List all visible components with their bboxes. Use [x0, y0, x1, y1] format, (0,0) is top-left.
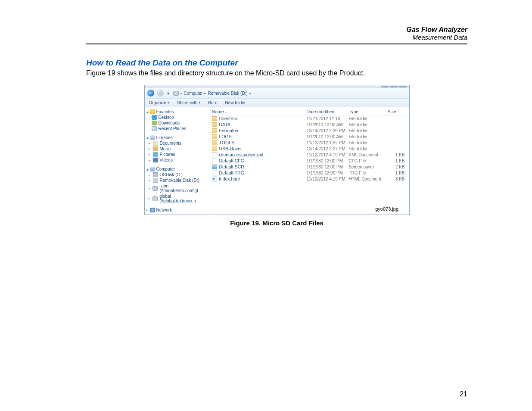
file-name: USB-Driver	[219, 146, 242, 151]
nav-favorites-label: Favorites	[156, 109, 174, 114]
nav-item-label: Music	[160, 146, 171, 151]
chevron-right-icon: ▸	[249, 91, 251, 95]
col-type[interactable]: Type	[349, 109, 388, 114]
nav-item[interactable]: ▸Documents	[146, 140, 208, 146]
nav-group-libraries[interactable]: ◢ Libraries	[146, 135, 208, 140]
toolbar-burn[interactable]: Burn	[208, 100, 217, 105]
file-date: 11/12/2012 4:19 PM	[307, 177, 349, 181]
file-name: TOOLS	[219, 140, 234, 145]
tree-collapse-icon[interactable]: ◢	[146, 110, 149, 114]
max-button[interactable]	[390, 86, 398, 87]
nav-item-label: jzion (\\danahertm.com\gl	[159, 184, 208, 193]
tree-collapse-icon[interactable]: ◢	[146, 136, 149, 140]
col-date[interactable]: Date modified	[307, 109, 349, 114]
nav-group-computer[interactable]: ◢ Computer	[146, 166, 208, 172]
file-row[interactable]: Default.TRG1/1/1980 12:00 PMTRG File1 KB	[212, 170, 407, 176]
toolbar-newfolder[interactable]: New folder	[225, 100, 246, 105]
file-row[interactable]: LOGS1/1/2010 12:00 AMFile folder	[212, 134, 407, 140]
vid-icon	[153, 158, 158, 162]
tree-expand-icon[interactable]: ▸	[148, 153, 151, 156]
nav-item[interactable]: Desktop	[146, 115, 208, 120]
section-title: How to Read the Data on the Computer	[86, 58, 467, 68]
nav-back-button[interactable]: ←	[147, 90, 154, 97]
file-date: 1/1/2010 12:00 AM	[307, 122, 349, 127]
file-name: DATA	[219, 122, 230, 127]
tree-expand-icon[interactable]: ▸	[148, 142, 151, 145]
file-type: File folder	[349, 134, 388, 139]
folder-icon	[212, 134, 217, 139]
nav-item[interactable]: ▸Music	[146, 146, 208, 152]
nav-history-dropdown[interactable]: ▾	[166, 91, 171, 96]
toolbar-share-label: Share with	[177, 100, 197, 105]
header-rule	[86, 44, 467, 44]
nav-item[interactable]: Recent Places	[146, 126, 208, 131]
nav-item[interactable]: Downloads	[146, 120, 208, 126]
explorer-window: ← → ▾ ▸ Computer ▸ Removable Disk (D:) ▸…	[144, 85, 410, 215]
tree-expand-icon[interactable]: ▸	[148, 173, 151, 177]
file-row[interactable]: clientaccesspolicy.xml11/12/2012 4:19 PM…	[212, 152, 407, 158]
folder-icon	[212, 146, 217, 151]
toolbar-organize[interactable]: Organize ▾	[149, 100, 170, 105]
file-row[interactable]: DATA1/1/2010 12:00 AMFile folder	[212, 121, 407, 128]
breadcrumb-folder[interactable]: Removable Disk (D:)	[208, 91, 247, 96]
file-size: 2 KB	[388, 165, 407, 169]
toolbar-organize-label: Organize	[149, 100, 167, 105]
page-number: 21	[460, 390, 467, 398]
nav-libraries-label: Libraries	[156, 135, 173, 140]
file-type: File folder	[349, 146, 388, 151]
tree-expand-icon[interactable]: ▸	[148, 147, 151, 151]
close-button[interactable]	[399, 86, 407, 87]
file-row[interactable]: ClientBin11/21/2012 11:19 ...File folder	[212, 115, 407, 121]
tree-expand-icon[interactable]: ▸	[148, 179, 151, 182]
file-type: File folder	[349, 116, 388, 121]
file-row[interactable]: Default.SCR1/1/1980 12:00 PMScreen saver…	[212, 164, 407, 170]
file-type: XML Document	[349, 153, 388, 157]
explorer-body: ◢ Favorites DesktopDownloadsRecent Place…	[145, 107, 409, 215]
sort-asc-icon: ▴	[225, 110, 227, 113]
breadcrumb[interactable]: ▸ Computer ▸ Removable Disk (D:) ▸	[173, 91, 407, 96]
col-size[interactable]: Size	[388, 109, 407, 114]
address-bar: ← → ▾ ▸ Computer ▸ Removable Disk (D:) ▸	[145, 88, 409, 98]
nav-item[interactable]: ▸jzion (\\danahertm.com\gl	[146, 183, 208, 193]
mus-icon	[153, 146, 158, 151]
figure-caption: Figure 19. Micro SD Card Files	[230, 219, 324, 227]
nav-item[interactable]: ▸Videos	[146, 157, 208, 163]
file-row[interactable]: Formatter12/14/2012 2:26 PMFile folder	[212, 128, 407, 134]
cfg-icon	[212, 159, 217, 163]
file-type: Screen saver	[349, 165, 388, 169]
netd-icon	[152, 196, 158, 201]
nav-item[interactable]: ▸Removable Disk (D:)	[146, 177, 208, 183]
nav-group-favorites[interactable]: ◢ Favorites	[146, 109, 208, 115]
file-row[interactable]: USB-Driver12/14/2012 2:27 PMFile folder	[212, 146, 407, 152]
rem-icon	[153, 178, 158, 183]
nav-item[interactable]: ▸OSDisk (C:)	[146, 172, 208, 177]
file-date: 1/1/1980 12:00 PM	[307, 165, 349, 169]
chevron-down-icon: ▾	[168, 101, 169, 105]
min-button[interactable]	[381, 86, 389, 87]
file-row[interactable]: TOOLS11/12/2012 1:52 PMFile folder	[212, 140, 407, 146]
navigation-pane: ◢ Favorites DesktopDownloadsRecent Place…	[145, 107, 209, 215]
tree-collapse-icon[interactable]: ◢	[146, 168, 149, 171]
xml-icon	[212, 153, 217, 157]
col-name[interactable]: Name ▴	[212, 109, 307, 114]
tree-expand-icon[interactable]: ▸	[148, 187, 151, 190]
nav-item-label: Removable Disk (D:)	[160, 178, 199, 183]
tree-expand-icon[interactable]: ▸	[148, 197, 151, 200]
file-name: Default.TRG	[219, 170, 244, 175]
tree-expand-icon[interactable]: ▸	[148, 159, 151, 162]
nav-group-network[interactable]: ▸ Network	[146, 207, 208, 213]
nav-forward-button[interactable]: →	[157, 90, 164, 97]
breadcrumb-root[interactable]: Computer	[184, 91, 203, 96]
file-row[interactable]: Default.CFG1/1/1980 12:00 PMCFG File1 KB	[212, 158, 407, 164]
nav-item[interactable]: ▸Pictures	[146, 152, 208, 157]
nav-item[interactable]: ▸global (\\global.tektronix.n	[146, 193, 208, 204]
file-row[interactable]: index.html11/12/2012 4:19 PMHTML Documen…	[212, 176, 407, 182]
nav-computer-label: Computer	[156, 167, 175, 171]
nav-item-label: Documents	[160, 141, 182, 146]
nav-item-label: OSDisk (C:)	[160, 172, 183, 177]
page-area: Gas Flow Analyzer Measurement Data How t…	[0, 0, 532, 240]
tree-expand-icon[interactable]: ▸	[146, 209, 149, 212]
toolbar-share[interactable]: Share with ▾	[177, 100, 200, 105]
netd-icon	[152, 186, 158, 191]
doc-icon	[153, 141, 158, 146]
